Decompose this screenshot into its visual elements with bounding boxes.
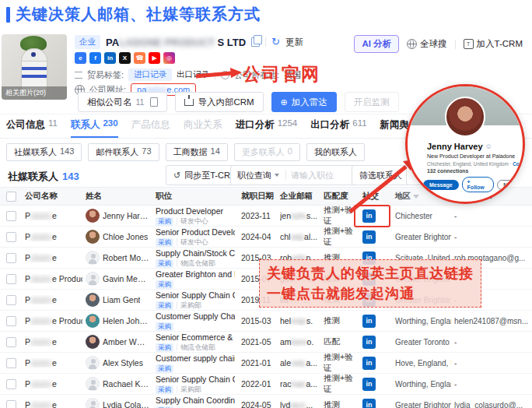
page: 关键决策人邮箱、社媒等联系方式 相关图片(20) 企业 PALADONE PRO… (0, 0, 532, 408)
x-twitter-icon[interactable]: X (119, 52, 131, 64)
location-icon (221, 71, 229, 79)
linkedin-highlight-box (354, 205, 390, 227)
linkedin-icon[interactable]: in (104, 52, 116, 64)
join-tcrm-button[interactable]: T加入T-CRM (464, 38, 523, 50)
import-crm-button[interactable]: 导入内部CRM (175, 92, 263, 112)
column-header: 姓名 (82, 191, 152, 202)
tab-进口分析[interactable]: 进口分析1254 (236, 118, 298, 138)
subtab-更多联系人[interactable]: 更多联系人0 (234, 143, 300, 161)
avatar-placeholder (86, 377, 100, 391)
row-checkbox[interactable] (6, 337, 16, 347)
column-header: 职位 (152, 191, 238, 202)
tab-产品信息[interactable]: 产品信息 (131, 118, 170, 138)
position-query-dropdown[interactable]: 职位查询 (231, 170, 285, 181)
refresh-label[interactable]: 更新 (285, 37, 303, 48)
trade-tags-label: 贸易标签: (87, 69, 124, 81)
row-checkbox[interactable] (6, 358, 16, 368)
company-cell: Paladone (22, 232, 82, 241)
related-images-label: 相关图片(20) (2, 86, 67, 100)
ai-analysis-button[interactable]: AI 分析 (354, 35, 399, 53)
position-cell: Product Developer采购研发中心 (152, 206, 238, 226)
company-cell: Paladone (22, 253, 82, 262)
subtab-邮件联系人[interactable]: 邮件联系人73 (88, 143, 159, 161)
linkedin-icon[interactable]: in (362, 378, 376, 391)
section-title: 社媒联系人143 (8, 170, 79, 184)
youtube-icon[interactable]: ▶ (149, 52, 160, 64)
subtab-我的联系人[interactable]: 我的联系人 (306, 143, 365, 161)
similar-company-button[interactable]: 相似公司名 11 (78, 92, 167, 112)
document-icon (150, 97, 158, 107)
position-cell: Supply Chain/Stock Control采购物流仓储部 (152, 248, 238, 268)
profile-location: Chichester, England, United Kingdom · Co… (427, 161, 525, 167)
region-cell: Greater Toronto Area (392, 338, 451, 346)
linkedin-icon[interactable]: in (362, 399, 376, 408)
export-records-tag[interactable]: 出口记录 (177, 69, 209, 80)
match-level-cell: 推测+验证 (320, 373, 359, 395)
tab-商业关系[interactable]: 商业关系 (184, 118, 222, 138)
follow-button[interactable]: + Follow (462, 177, 495, 192)
row-checkbox[interactable] (6, 400, 16, 408)
linkedin-profile-callout: Jenny Harvey ☺ New Product Developer at … (405, 84, 525, 204)
profile-connections: 132 connections (427, 168, 468, 174)
divider (265, 37, 266, 47)
row-checkbox[interactable] (6, 295, 16, 305)
subtab-社媒联系人[interactable]: 社媒联系人143 (6, 143, 82, 161)
row-checkbox[interactable] (6, 274, 16, 284)
trade-tag-icon (75, 72, 82, 79)
website-icon[interactable]: e (75, 52, 86, 64)
add-radar-button[interactable]: ⊕ 加入雷达 (271, 92, 337, 112)
tab-出口分析[interactable]: 出口分析611 (310, 118, 366, 138)
row-checkbox[interactable] (6, 232, 16, 242)
enterprise-badge: 企业 (75, 35, 100, 49)
contact-name-cell: Lydia Colasurdo (82, 398, 152, 408)
extra-email-cell: - (451, 212, 532, 220)
start-date-cell: 2022-01 (238, 379, 277, 389)
tab-联系人[interactable]: 联系人230 (71, 118, 118, 138)
position-cell: Senior Supply Chain Coordinator采购采购部 (152, 290, 238, 310)
contact-name-cell: Chloe Jones (82, 230, 152, 244)
subtab-工商数据[interactable]: 工商数据14 (166, 143, 228, 161)
avatar-placeholder (86, 398, 100, 408)
linkedin-icon[interactable]: in (362, 357, 376, 370)
radar-icon: ⊕ (281, 97, 288, 107)
global-search-button[interactable]: 全球搜 (407, 38, 447, 50)
match-level-cell: 推测+验证 (320, 226, 359, 248)
start-date-cell: 2021-05 (238, 337, 277, 346)
linkedin-icon[interactable]: in (362, 336, 376, 349)
instagram-icon[interactable]: ◎ (163, 52, 175, 64)
region-cell: Hove, England, Uni... (392, 359, 451, 368)
company-cell: Paladone (22, 211, 82, 220)
row-checkbox[interactable] (6, 253, 16, 263)
copy-icon[interactable] (251, 37, 260, 47)
sub-tabs: 社媒联系人143邮件联系人73工商数据14更多联系人0我的联系人 (6, 143, 365, 161)
filter-funnel-icon[interactable] (413, 195, 419, 199)
phone-icon[interactable]: ☎ (134, 52, 145, 64)
position-search-input[interactable] (286, 171, 353, 180)
refresh-icon[interactable]: ↻ (271, 37, 280, 47)
row-checkbox[interactable] (6, 379, 16, 389)
avatar (86, 209, 100, 223)
email-cell: chloejonesal... (277, 232, 320, 241)
position-cell: Customer Supply Chain采购 (152, 311, 238, 331)
linkedin-icon[interactable]: in (362, 315, 376, 328)
page-title-text: 关键决策人邮箱、社媒等联系方式 (16, 4, 261, 25)
header-actions: AI 分析 全球搜 T加入T-CRM (354, 35, 523, 53)
row-checkbox[interactable] (6, 316, 16, 326)
select-all-checkbox[interactable] (6, 192, 16, 202)
extra-email-cell: - (451, 380, 532, 389)
annotation-line2: 一键点击就能发起沟通 (267, 283, 474, 304)
contact-name-cell: Liam Gent (82, 293, 152, 307)
message-button[interactable]: Message (423, 180, 459, 190)
import-records-tag[interactable]: 进口记录 (128, 69, 172, 81)
position-cell: Customer supply chain coordinator采购 (152, 353, 238, 373)
position-cell: Greater Brighton and Hove Area采购 (152, 269, 238, 289)
linkedin-icon[interactable]: in (362, 230, 376, 244)
start-date-cell: 2021-01 (238, 358, 277, 368)
company-photo-thumbnail[interactable]: 相关图片(20) (2, 34, 67, 100)
contact-name-cell: Robert Monta... (82, 251, 152, 265)
row-checkbox[interactable] (6, 211, 16, 221)
tab-公司信息[interactable]: 公司信息11 (6, 118, 58, 138)
avatar-placeholder (86, 272, 100, 286)
monitor-button[interactable]: 开启监测 (345, 92, 399, 112)
facebook-icon[interactable]: f (89, 52, 101, 64)
